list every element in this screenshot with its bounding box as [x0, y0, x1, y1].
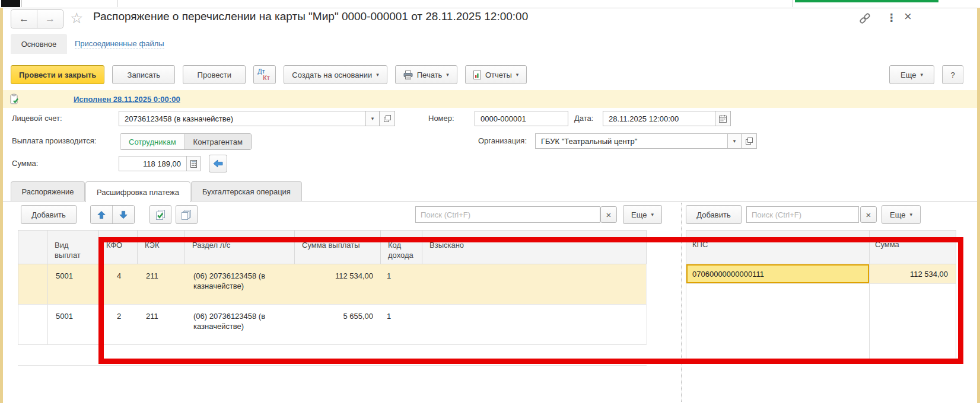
- move-row-down-button[interactable]: [112, 206, 134, 223]
- payee-option-employees[interactable]: Сотрудникам: [120, 134, 184, 149]
- create-based-on-button[interactable]: Создать на основании ▾: [284, 65, 387, 84]
- help-button[interactable]: ?: [942, 65, 963, 84]
- organization-dropdown-button[interactable]: ▾: [727, 134, 741, 148]
- kps-table-header: КПС Сумма: [686, 230, 956, 264]
- panel-splitter[interactable]: [681, 203, 682, 402]
- number-field[interactable]: 0000-000001: [475, 111, 568, 126]
- print-button[interactable]: Печать ▾: [395, 65, 457, 84]
- tab-accounting-operation[interactable]: Бухгалтерская операция: [191, 181, 302, 201]
- copy-row-button[interactable]: [176, 205, 198, 224]
- help-label: ?: [950, 71, 954, 79]
- copy-link-icon[interactable]: [858, 12, 871, 27]
- header-summa[interactable]: Сумма: [869, 230, 956, 264]
- copy-pages-icon: [182, 210, 192, 220]
- header-kek[interactable]: КЭК: [138, 230, 185, 264]
- organization-field[interactable]: ГБУК "Театральный центр" ▾: [535, 133, 742, 149]
- row-selector-cell[interactable]: [18, 264, 48, 304]
- payee-option-contractors[interactable]: Контрагентам: [184, 134, 251, 149]
- more-actions-button[interactable]: Еще ▾: [889, 65, 934, 84]
- cell-vid-vyplat[interactable]: 5001: [48, 305, 100, 344]
- chrome-tab-divider: [793, 0, 793, 7]
- tab-payment-breakdown[interactable]: Расшифровка платежа: [85, 181, 190, 202]
- tab-payment-breakdown-label: Расшифровка платежа: [97, 188, 179, 197]
- organization-open-button[interactable]: [742, 133, 757, 149]
- header-kps[interactable]: КПС: [686, 230, 869, 264]
- tab-main[interactable]: Основное: [11, 34, 67, 54]
- cell-kod-dohoda[interactable]: 1: [381, 264, 423, 304]
- cell-razdel-ls[interactable]: (06) 20736123458 (в казначействе): [186, 264, 295, 304]
- left-more-label: Еще: [631, 210, 647, 219]
- forward-button[interactable]: →: [37, 10, 63, 28]
- reports-button[interactable]: Отчеты ▾: [465, 65, 527, 84]
- account-dropdown-button[interactable]: ▾: [365, 111, 379, 126]
- favorite-star-icon[interactable]: ☆: [70, 10, 83, 25]
- header-vzyskano[interactable]: Взыскано: [422, 230, 647, 264]
- date-value: 28.11.2025 12:00:00: [603, 114, 715, 123]
- dt-kt-register-button[interactable]: Дт Кт: [253, 65, 276, 84]
- row-selector-cell[interactable]: [18, 305, 48, 344]
- select-all-button[interactable]: [149, 205, 171, 224]
- header-kfo[interactable]: КФО: [99, 230, 138, 264]
- header-razdel-ls[interactable]: Раздел л/с: [185, 230, 295, 264]
- post-and-close-button[interactable]: Провести и закрыть: [11, 65, 104, 84]
- cell-summa-vyplaty[interactable]: 112 534,00: [295, 264, 381, 304]
- executed-status-link[interactable]: Исполнен 28.11.2025 0:00:00: [74, 95, 180, 104]
- print-label: Печать: [417, 71, 443, 79]
- right-add-row-button[interactable]: Добавить: [686, 205, 742, 224]
- header-summa-vyplaty[interactable]: Сумма выплаты: [295, 230, 381, 264]
- report-chart-icon: [473, 71, 481, 79]
- cell-kfo[interactable]: 4: [100, 264, 138, 304]
- cell-kek[interactable]: 211: [138, 305, 186, 344]
- account-label: Лицевой счет:: [12, 114, 62, 123]
- header-vid-vyplat[interactable]: Вид выплат: [47, 230, 99, 264]
- header-kod-dohoda[interactable]: Код дохода: [381, 230, 422, 264]
- cell-vid-vyplat[interactable]: 5001: [48, 264, 100, 304]
- cell-kps-selected[interactable]: 07060000000000111: [686, 264, 869, 283]
- save-button[interactable]: Записать: [112, 65, 175, 84]
- cell-vzyskano[interactable]: [423, 305, 647, 344]
- back-button[interactable]: ←: [11, 10, 37, 28]
- close-window-icon[interactable]: ×: [904, 10, 912, 23]
- right-search-clear-button[interactable]: ×: [860, 206, 877, 223]
- table-row[interactable]: 07060000000000111 112 534,00: [686, 264, 956, 284]
- left-search-input[interactable]: [415, 206, 600, 223]
- account-value: 20736123458 (в казначействе): [119, 114, 365, 123]
- date-field[interactable]: 28.11.2025 12:00:00: [603, 111, 715, 126]
- tab-order[interactable]: Распоряжение: [11, 181, 85, 201]
- right-more-button[interactable]: Еще ▾: [882, 205, 921, 224]
- payee-toggle: Сотрудникам Контрагентам: [120, 133, 252, 150]
- cell-summa-vyplaty[interactable]: 5 655,00: [295, 305, 381, 344]
- cell-kod-dohoda[interactable]: 1: [381, 305, 423, 344]
- post-button[interactable]: Провести: [183, 65, 246, 84]
- left-add-row-button[interactable]: Добавить: [21, 205, 77, 224]
- table-row[interactable]: 5001 2 211 (06) 20736123458 (в казначейс…: [18, 305, 647, 345]
- left-more-button[interactable]: Еще ▾: [623, 205, 662, 224]
- payments-table: Вид выплат КФО КЭК Раздел л/с Сумма выпл…: [18, 230, 647, 345]
- move-row-group: [90, 205, 135, 224]
- cell-kfo[interactable]: 2: [100, 305, 138, 344]
- account-field[interactable]: 20736123458 (в казначействе) ▾: [119, 111, 380, 126]
- account-open-button[interactable]: [380, 111, 395, 126]
- window-frame-right: [977, 8, 980, 403]
- tab-attached-files[interactable]: Присоединенные файлы: [75, 39, 164, 49]
- left-add-row-label: Добавить: [31, 210, 65, 219]
- kt-label: Кт: [263, 75, 269, 81]
- cell-kek[interactable]: 211: [138, 264, 186, 304]
- active-tab-indicator: [795, 0, 938, 2]
- kebab-menu-icon[interactable]: ⋮: [886, 11, 897, 24]
- table-row[interactable]: 5001 4 211 (06) 20736123458 (в казначейс…: [18, 264, 647, 305]
- number-label: Номер:: [428, 114, 454, 123]
- move-row-up-button[interactable]: [91, 206, 112, 223]
- cell-vzyskano[interactable]: [423, 264, 647, 304]
- history-nav-group: ← →: [11, 9, 63, 28]
- fill-amount-button[interactable]: [209, 155, 227, 172]
- date-calendar-button[interactable]: [715, 111, 731, 126]
- cell-razdel-ls[interactable]: (06) 20736123458 (в казначействе): [186, 305, 295, 344]
- cell-summa[interactable]: 112 534,00: [869, 264, 956, 283]
- amount-field[interactable]: 118 189,00: [119, 156, 201, 171]
- amount-calculator-button[interactable]: [186, 156, 200, 171]
- command-toolbar: Провести и закрыть Записать Провести Дт …: [11, 65, 963, 85]
- kps-table: КПС Сумма 07060000000000111 112 534,00: [686, 230, 956, 364]
- right-search-input[interactable]: [746, 206, 859, 223]
- left-search-clear-button[interactable]: ×: [600, 206, 617, 223]
